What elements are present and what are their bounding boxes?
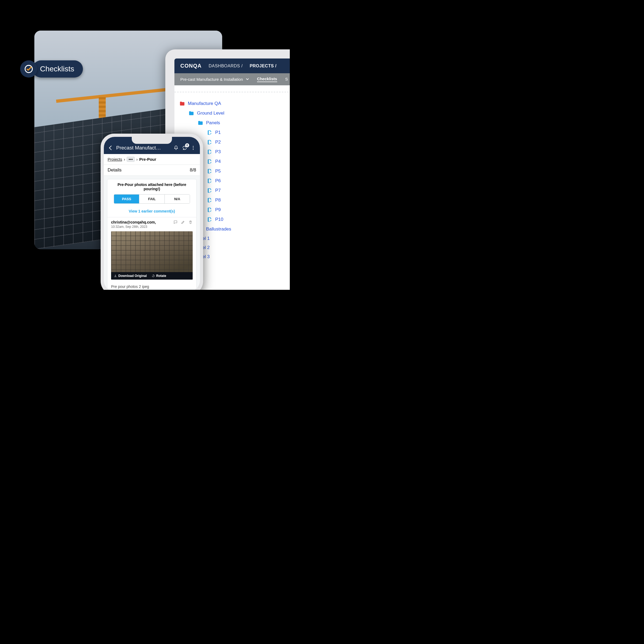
file-check-icon bbox=[207, 217, 213, 222]
folder-open-icon bbox=[197, 120, 203, 126]
file-check-icon bbox=[207, 197, 213, 203]
folder-open-icon bbox=[188, 110, 194, 116]
segment-pass[interactable]: PASS bbox=[114, 195, 139, 203]
comment-icon[interactable] bbox=[173, 220, 178, 224]
breadcrumb-root[interactable]: Projects bbox=[108, 157, 122, 162]
tree-root-label: Manufacture QA bbox=[188, 101, 221, 106]
sync-badge-count: 0 bbox=[185, 143, 189, 147]
nav-dashboards[interactable]: DASHBOARDS / bbox=[208, 64, 243, 68]
tree-item-label: P4 bbox=[215, 159, 221, 164]
chevron-down-icon bbox=[246, 78, 249, 81]
more-vertical-icon[interactable] bbox=[190, 145, 196, 151]
checklist-card: Pre-Pour photos attached here (before po… bbox=[107, 179, 197, 289]
download-button[interactable]: Download Original bbox=[114, 274, 147, 278]
file-check-icon bbox=[207, 188, 213, 193]
tree-sibling-label: Ballustrades bbox=[206, 226, 231, 232]
attachment-toolbar: Download Original Rotate bbox=[111, 272, 193, 280]
tree-item-label: P7 bbox=[215, 188, 221, 193]
edit-icon[interactable] bbox=[181, 220, 185, 224]
tree-root[interactable]: Manufacture QA bbox=[179, 99, 290, 108]
file-check-icon bbox=[207, 130, 213, 136]
sync-icon[interactable]: 0 bbox=[182, 145, 188, 151]
tablet-subheader: Pre-cast Manufacture & Installation Chec… bbox=[174, 73, 290, 85]
details-bar: Details 8/8 bbox=[104, 165, 200, 176]
project-selector[interactable]: Pre-cast Manufacture & Installation bbox=[180, 77, 249, 82]
svg-point-2 bbox=[193, 148, 194, 148]
rotate-label: Rotate bbox=[156, 274, 166, 278]
comment-time: 10:32am, Sep 28th, 2023 bbox=[111, 225, 156, 229]
tree-level1-label: Ground Level bbox=[197, 111, 224, 116]
tree-item-label: P6 bbox=[215, 178, 221, 184]
phone-screen: Precast Manufact… 0 Projects › ••• › Pre… bbox=[104, 137, 200, 290]
tree-item-label: P3 bbox=[215, 149, 221, 155]
download-label: Download Original bbox=[118, 274, 147, 278]
tab-checklists[interactable]: Checklists bbox=[257, 76, 277, 82]
tree-level2[interactable]: Panels bbox=[179, 118, 290, 128]
tree-item-label: P5 bbox=[215, 169, 221, 174]
back-arrow-icon[interactable] bbox=[108, 145, 114, 151]
tree-item-label: P8 bbox=[215, 197, 221, 203]
folder-open-icon bbox=[179, 101, 185, 107]
result-segmented: PASS FAIL N/A bbox=[114, 194, 190, 204]
file-check-icon bbox=[207, 149, 213, 155]
phone-device: Precast Manufact… 0 Projects › ••• › Pre… bbox=[101, 134, 203, 290]
bell-icon[interactable] bbox=[173, 145, 179, 151]
details-count: 8/8 bbox=[190, 167, 196, 173]
trash-icon[interactable] bbox=[188, 220, 193, 224]
file-check-icon bbox=[207, 178, 213, 184]
rotate-button[interactable]: Rotate bbox=[152, 274, 166, 278]
attachment-image[interactable]: Download Original Rotate bbox=[111, 231, 193, 280]
comment-user: christina@conqahq.com, bbox=[111, 220, 156, 224]
feature-badge-label: Checklists bbox=[32, 60, 83, 78]
nav-projects[interactable]: PROJECTS / bbox=[250, 64, 276, 68]
file-check-icon bbox=[207, 159, 213, 164]
comment: christina@conqahq.com, 10:32am, Sep 28th… bbox=[107, 217, 196, 282]
segment-fail[interactable]: FAIL bbox=[139, 195, 164, 203]
phone-title: Precast Manufact… bbox=[116, 145, 170, 151]
file-check-icon bbox=[207, 139, 213, 145]
svg-point-3 bbox=[193, 149, 194, 150]
project-selector-label: Pre-cast Manufacture & Installation bbox=[180, 77, 243, 82]
breadcrumb: Projects › ••• › Pre-Pour bbox=[104, 154, 200, 165]
file-check-icon bbox=[207, 207, 213, 213]
tree-item-label: P10 bbox=[215, 217, 223, 222]
chevron-right-icon: › bbox=[124, 157, 125, 162]
segment-na[interactable]: N/A bbox=[164, 195, 190, 203]
tree-item-label: P9 bbox=[215, 207, 221, 213]
view-earlier-link[interactable]: View 1 earlier comment(s) bbox=[107, 207, 196, 217]
comment-actions bbox=[173, 220, 193, 224]
tablet-header: CONQA DASHBOARDS / PROJECTS / bbox=[174, 58, 290, 73]
details-label: Details bbox=[108, 167, 122, 173]
attachment-filename: Pre pour photos 2 ipeg bbox=[107, 282, 196, 289]
tab-other[interactable]: S bbox=[285, 77, 288, 82]
tree-level2-label: Panels bbox=[206, 120, 220, 126]
chevron-right-icon: › bbox=[136, 157, 138, 162]
tree-item-label: P2 bbox=[215, 140, 221, 145]
svg-point-1 bbox=[193, 146, 194, 147]
phone-notch bbox=[132, 137, 172, 144]
tree-level1[interactable]: Ground Level bbox=[179, 108, 290, 118]
checklist-badge-icon bbox=[20, 60, 37, 78]
breadcrumb-current: Pre-Pour bbox=[139, 157, 156, 162]
app-logo: CONQA bbox=[180, 63, 202, 69]
card-title: Pre-Pour photos attached here (before po… bbox=[107, 179, 196, 194]
tree-item-label: P1 bbox=[215, 130, 221, 135]
feature-badge: Checklists bbox=[20, 60, 83, 78]
breadcrumb-collapsed[interactable]: ••• bbox=[127, 157, 135, 162]
file-check-icon bbox=[207, 168, 213, 174]
